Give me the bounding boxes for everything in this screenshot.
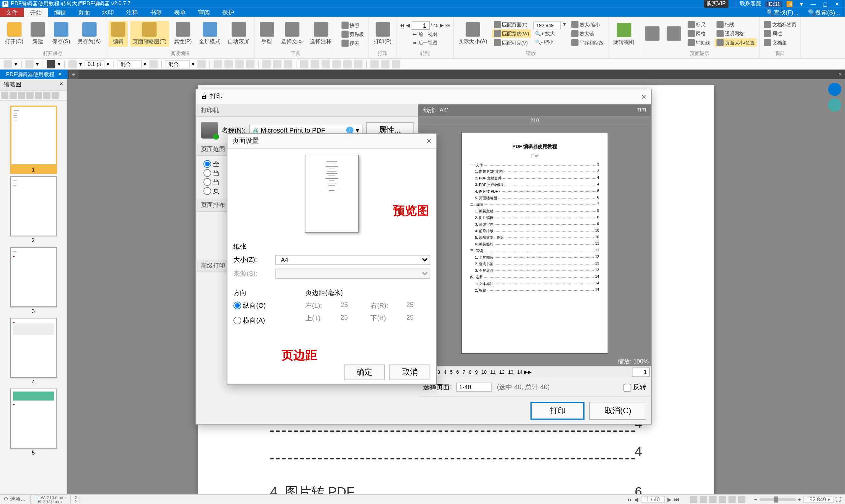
print-confirm-button[interactable]: 打印 [531,402,585,420]
view-mode-icon[interactable] [738,496,746,503]
tool-icon[interactable] [391,60,400,68]
tool-icon[interactable] [321,60,330,68]
close-all-button[interactable]: × [835,70,845,79]
fit-page-button[interactable]: 匹配页面(F) [492,20,531,29]
tool-icon[interactable] [235,60,243,68]
tool-icon[interactable] [311,60,319,68]
thinline-button[interactable]: 细线 [715,20,757,29]
thumbnail-page[interactable]: ▬4 [10,318,57,386]
range-view-radio[interactable] [203,178,211,186]
close-tab-icon[interactable]: × [58,70,62,79]
open-button[interactable]: 打开(O) [2,21,26,47]
save-button[interactable]: 保存(S) [50,21,73,47]
source-select[interactable] [275,269,430,279]
close-button[interactable]: ✕ [832,1,843,7]
saveas-button[interactable]: 另存为(A) [75,21,103,47]
guides-button[interactable]: 辅助线 [686,38,712,47]
fit-width-button[interactable]: 匹配宽度(W) [492,29,531,38]
cancel-button[interactable]: 取消 [389,364,430,380]
autoscroll-button[interactable]: 自动滚屏 [226,21,252,47]
thumbnails-button[interactable]: 页面缩略图(T) [130,21,169,47]
tool-icon[interactable] [284,60,292,68]
first-page-icon[interactable]: ⏮ [399,22,405,28]
doctabs-button[interactable]: 文档标签页 [762,20,798,29]
zoom-out-icon[interactable]: − [754,496,757,502]
thumb-tool-icon[interactable] [27,92,34,99]
snapshot-button[interactable]: 快照 [339,21,366,29]
thumb-tool-icon[interactable] [18,92,25,99]
tool-icon[interactable] [246,60,254,68]
thumbnail-page[interactable]: ▬▬▬▬▬▬▬▬▬▬▬1 [10,106,57,174]
pagesize-button[interactable]: 页面大小/位置 [715,38,757,47]
status-nav-icon[interactable]: ◀ [634,496,638,502]
blend-select-2[interactable]: 混合 [165,60,190,68]
layout-icon[interactable] [642,25,662,42]
tab-review[interactable]: 审阅 [192,8,216,17]
tool-icon[interactable] [300,60,308,68]
tool-icon[interactable] [370,60,378,68]
page-input[interactable] [411,21,429,30]
thumb-tool-icon[interactable] [52,92,59,99]
zoom-in-icon[interactable]: + [798,496,801,502]
document-tab[interactable]: PDF编辑器使用教程 × [0,70,68,79]
tab-protect[interactable]: 保护 [216,8,240,17]
range-pages-radio[interactable] [203,187,211,195]
close-dialog-icon[interactable]: × [426,136,432,146]
fit-visible-button[interactable]: 匹配可见(V) [492,38,531,47]
next-page-icon[interactable]: ▶ [440,22,444,28]
tab-bookmark[interactable]: 书签 [144,8,168,17]
tab-edit[interactable]: 编辑 [48,8,72,17]
maximize-button[interactable]: ▢ [820,1,830,7]
status-nav-icon[interactable]: ⏮ [627,496,632,502]
tool-icon[interactable] [272,60,281,68]
thumb-tool-icon[interactable] [43,92,51,99]
landscape-radio[interactable] [233,317,241,325]
fullscreen-button[interactable]: 全屏模式 [196,21,223,47]
dropdown-icon[interactable]: ▼ [796,1,807,7]
thumbnail-page[interactable]: ▬▬▬▬3 [10,247,57,315]
prop2-button[interactable]: 属性 [762,29,798,38]
rotate-view-button[interactable]: 旋转视图 [611,21,637,47]
select-comment-button[interactable]: 选择注释 [307,21,334,47]
close-panel-icon[interactable]: × [59,80,63,89]
magnifier-button[interactable]: 放大镜 [569,29,605,38]
tool-icon[interactable] [354,60,362,68]
preview-page-ruler[interactable]: ◀ 1234567891011121314 ▶▶ [418,366,651,378]
tool-icon[interactable] [332,60,340,68]
tab-file[interactable]: 文件 [0,8,24,17]
range-current-radio[interactable] [203,169,211,177]
view-mode-icon[interactable] [700,496,707,503]
grid-button[interactable]: 网格 [686,29,712,38]
minimize-button[interactable]: — [808,1,818,7]
reverse-check[interactable]: 反转 [623,383,646,392]
tool-icon[interactable] [25,60,33,68]
tool-icon[interactable] [381,60,389,68]
tool-icon[interactable] [197,60,205,68]
status-nav-icon[interactable]: ⏭ [674,496,679,502]
tab-form[interactable]: 表单 [168,8,192,17]
hand-tool-button[interactable]: 手型 [257,21,276,47]
actual-size-button[interactable]: 实际大小(A) [456,21,490,47]
add-tab-button[interactable]: + [69,70,78,79]
tab-comment[interactable]: 注释 [120,8,144,17]
prev-page-icon[interactable]: ◀ [406,22,410,28]
options-button[interactable]: ⚙ 选项... [4,496,25,503]
view-mode-icon[interactable] [710,496,717,503]
close-dialog-icon[interactable]: × [641,92,646,101]
zoom-input[interactable] [533,21,561,29]
tool-icon[interactable] [4,60,12,68]
zoom-out-button[interactable]: 🔍-缩小 [533,38,567,46]
tool-icon[interactable] [343,60,351,68]
print-cancel-button[interactable]: 取消(C) [589,402,646,420]
status-nav-icon[interactable]: ▶ [667,496,672,502]
status-zoom[interactable]: 192.849 ▾ [804,496,833,503]
pan-zoom-button[interactable]: 平移和缩放 [569,38,605,47]
zoom-slider[interactable] [759,498,795,500]
find-button[interactable]: 🔍查找(F)... [761,8,803,17]
zoom-in-button[interactable]: 🔍+放大 [533,30,567,38]
blend-select[interactable]: 混合 [117,60,141,68]
last-page-icon[interactable]: ⏭ [445,22,451,28]
search-button[interactable]: 🔍搜索(S)... [803,8,845,17]
view-mode-icon[interactable] [719,496,726,503]
ruler-button[interactable]: 标尺 [686,20,712,29]
